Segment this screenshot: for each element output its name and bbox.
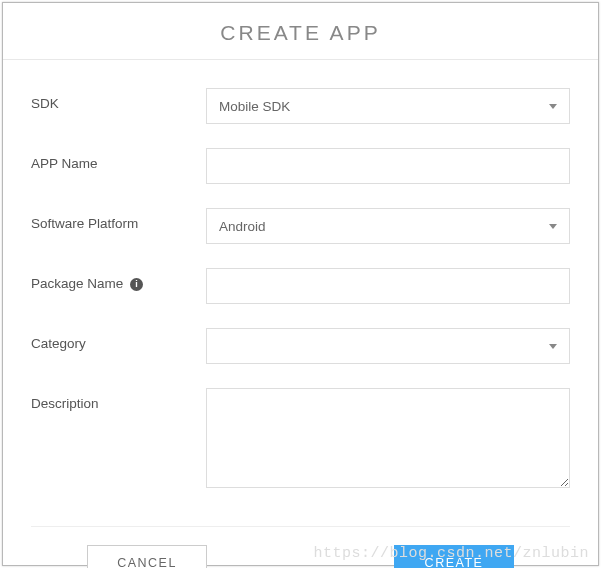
- package-name-label-text: Package Name: [31, 276, 123, 291]
- form-row-category: Category: [31, 328, 570, 364]
- form-row-description: Description: [31, 388, 570, 492]
- category-select[interactable]: [206, 328, 570, 364]
- platform-select[interactable]: Android: [206, 208, 570, 244]
- modal-body: SDK Mobile SDK APP Name Software Platfor…: [3, 60, 598, 526]
- cancel-button[interactable]: CANCEL: [87, 545, 207, 568]
- chevron-down-icon: [549, 104, 557, 109]
- sdk-label: SDK: [31, 88, 206, 111]
- app-name-label: APP Name: [31, 148, 206, 171]
- form-row-sdk: SDK Mobile SDK: [31, 88, 570, 124]
- form-row-app-name: APP Name: [31, 148, 570, 184]
- modal-title: CREATE APP: [3, 21, 598, 45]
- form-row-package-name: Package Name i: [31, 268, 570, 304]
- info-icon[interactable]: i: [130, 278, 143, 291]
- form-row-platform: Software Platform Android: [31, 208, 570, 244]
- platform-select-value: Android: [219, 219, 266, 234]
- package-name-label: Package Name i: [31, 268, 206, 291]
- chevron-down-icon: [549, 224, 557, 229]
- app-name-input[interactable]: [206, 148, 570, 184]
- package-name-input[interactable]: [206, 268, 570, 304]
- chevron-down-icon: [549, 344, 557, 349]
- sdk-select-value: Mobile SDK: [219, 99, 290, 114]
- create-button[interactable]: CREATE: [394, 545, 514, 568]
- platform-label: Software Platform: [31, 208, 206, 231]
- category-label: Category: [31, 328, 206, 351]
- create-app-modal: CREATE APP SDK Mobile SDK APP Name Softw…: [2, 2, 599, 566]
- sdk-select[interactable]: Mobile SDK: [206, 88, 570, 124]
- description-label: Description: [31, 388, 206, 411]
- modal-header: CREATE APP: [3, 3, 598, 60]
- modal-footer: CANCEL CREATE: [31, 526, 570, 568]
- description-textarea[interactable]: [206, 388, 570, 488]
